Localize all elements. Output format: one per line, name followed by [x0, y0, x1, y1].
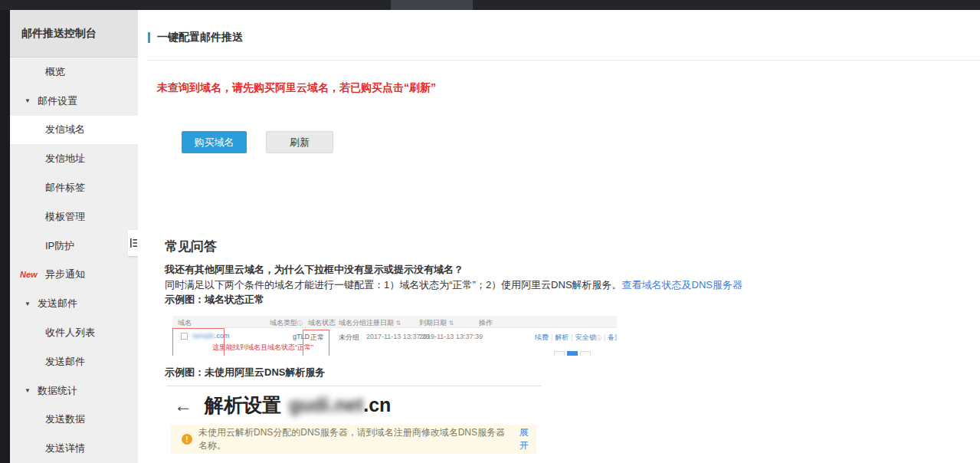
col-domain-group: 域名分组: [339, 318, 366, 328]
red-annotation-text: 这里能找到域名且域名状态“正常”: [212, 343, 312, 353]
pagination-box: [580, 351, 591, 356]
faq-answer-text: 同时满足以下两个条件的域名才能进行一键配置：1）域名状态为“正常”；2）使用阿里…: [165, 279, 622, 291]
pagination-box: [554, 351, 565, 356]
sidebar-group-data-statistics[interactable]: ▼ 数据统计: [10, 376, 138, 406]
col-reg-date: 注册日期 ⇅: [366, 318, 401, 328]
example2-label: 示例图：未使用阿里云DNS解析服务: [165, 366, 325, 379]
no-domain-warning: 未查询到域名，请先购买阿里云域名，若已购买点击“刷新”: [157, 81, 436, 95]
faq-heading: 常见问答: [165, 238, 217, 255]
info-icon: ⓘ: [297, 320, 303, 326]
action-renew: 续费: [535, 333, 549, 341]
sort-icon: ⇅: [396, 320, 402, 327]
redacted-dns-domain: gudi.net: [289, 394, 363, 416]
col-domain-status: 域名状态: [308, 318, 336, 328]
sidebar-group-mail-settings[interactable]: ▼ 邮件设置: [10, 87, 138, 116]
pagination-hint: [552, 351, 591, 356]
buy-domain-button[interactable]: 购买域名: [182, 131, 247, 153]
top-chrome-bar: [0, 0, 980, 10]
chevron-down-icon: ▼: [25, 97, 31, 104]
main-content: 一键配置邮件推送 未查询到域名，请先购买阿里云域名，若已购买点击“刷新” 购买域…: [138, 10, 980, 463]
exp-date-cell: 2019-11-13 13:37:39: [419, 333, 483, 340]
pagination-box-active: [567, 351, 578, 356]
sidebar-group-send-email[interactable]: ▼ 发送邮件: [10, 289, 138, 318]
dns-domain-suffix: .cn: [363, 394, 391, 416]
new-badge: New: [20, 270, 38, 279]
title-accent-bar: [148, 32, 150, 43]
sidebar-collapse-toggle[interactable]: [128, 230, 139, 256]
row-actions: 续费解析安全锁ⓘ备注管理: [535, 333, 617, 343]
action-remark: 备注: [601, 333, 617, 341]
collapse-sidebar-icon: [130, 238, 137, 248]
action-resolve: 解析: [549, 333, 569, 341]
col-domain-type: 域名类型ⓘ: [270, 318, 303, 328]
page-title: 一键配置邮件推送: [157, 31, 243, 44]
sidebar-item-sender-addresses[interactable]: 发信地址: [10, 144, 138, 173]
col-domain: 域名: [178, 318, 192, 328]
sidebar-item-template-management[interactable]: 模板管理: [10, 202, 138, 232]
sidebar-item-send-details[interactable]: 发送详情: [10, 434, 138, 463]
action-security-lock: 安全锁ⓘ: [569, 333, 601, 341]
sidebar-item-email-tags[interactable]: 邮件标签: [10, 173, 138, 202]
col-actions: 操作: [479, 318, 493, 328]
warning-icon: !: [182, 434, 192, 445]
page-title-row: 一键配置邮件推送: [148, 31, 243, 44]
sidebar-item-ip-protection[interactable]: IP防护: [10, 232, 138, 261]
sidebar-title: 邮件推送控制台: [10, 10, 138, 57]
sidebar: 邮件推送控制台 概览 ▼ 邮件设置 发信域名 发信地址 邮件标签 模板管理 IP: [10, 10, 138, 463]
sidebar-item-send-data[interactable]: 发送数据: [10, 406, 138, 435]
faq-question: 我还有其他阿里云域名，为什么下拉框中没有显示或提示没有域名？: [165, 263, 464, 277]
expand-link: 展开: [519, 426, 536, 452]
highlight-box-domain: [172, 328, 225, 356]
sidebar-item-sending-domains[interactable]: 发信域名: [10, 116, 138, 145]
dns-warning-text: 未使用云解析DNS分配的DNS服务器，请到域名注册商修改域名DNS服务器名称。: [198, 426, 507, 452]
domain-group-cell: 未分组: [339, 333, 359, 343]
highlight-box-status: [303, 330, 329, 356]
example-screenshot-dns-settings: ← 解析设置 gudi.net .cn ! 未使用云解析DNS分配的DNS服务器…: [166, 386, 542, 463]
top-chrome-search-area: [391, 0, 473, 10]
chevron-down-icon: ▼: [25, 387, 31, 394]
app-window: 邮件推送控制台 概览 ▼ 邮件设置 发信域名 发信地址 邮件标签 模板管理 IP: [0, 0, 980, 463]
sidebar-item-send-email[interactable]: 发送邮件: [10, 347, 138, 376]
info-icon: ⓘ: [596, 335, 601, 340]
col-exp-date: 到期日期 ⇅: [419, 318, 454, 328]
chevron-down-icon: ▼: [25, 300, 31, 307]
sidebar-item-recipient-lists[interactable]: 收件人列表: [10, 318, 138, 347]
view-domain-status-dns-link[interactable]: 查看域名状态及DNS服务器: [622, 279, 742, 291]
dns-settings-title: 解析设置: [205, 392, 281, 418]
dns-warning-banner: ! 未使用云解析DNS分配的DNS服务器，请到域名注册商修改域名DNS服务器名称…: [171, 425, 536, 454]
sidebar-item-async-notification[interactable]: New 异步通知: [10, 261, 138, 290]
faq-answer: 同时满足以下两个条件的域名才能进行一键配置：1）域名状态为“正常”；2）使用阿里…: [165, 278, 742, 292]
example-screenshot-domain-table: 域名 域名类型ⓘ 域名状态 域名分组 注册日期 ⇅ 到期日期 ⇅ 操作 samp…: [172, 310, 617, 356]
refresh-button[interactable]: 刷新: [266, 131, 333, 153]
domain-table-header-row: 域名 域名类型ⓘ 域名状态 域名分组 注册日期 ⇅ 到期日期 ⇅ 操作: [172, 316, 617, 328]
example1-label: 示例图：域名状态正常: [165, 293, 264, 307]
dns-settings-heading-row: ← 解析设置 gudi.net .cn: [174, 392, 391, 418]
sidebar-item-overview[interactable]: 概览: [10, 57, 138, 87]
sort-icon: ⇅: [449, 320, 454, 327]
title-divider: [148, 60, 980, 61]
back-arrow-icon: ←: [174, 395, 192, 416]
sidebar-nav: 概览 ▼ 邮件设置 发信域名 发信地址 邮件标签 模板管理 IP防护 New: [10, 57, 138, 463]
collapsed-global-nav-strip: [0, 10, 10, 463]
